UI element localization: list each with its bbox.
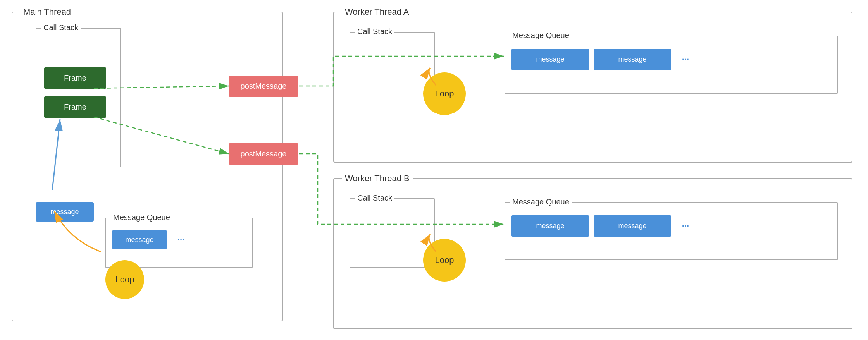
worker-b-queue-message-1: message <box>512 215 589 237</box>
worker-a-thread-box: Worker Thread A Call Stack Loop Message … <box>333 12 852 163</box>
worker-b-thread-box: Worker Thread B Call Stack Loop Message … <box>333 178 852 329</box>
main-loop-circle: Loop <box>105 260 144 299</box>
worker-b-msg-queue-label: Message Queue <box>510 197 572 206</box>
post-message-2: postMessage <box>229 143 298 165</box>
worker-a-loop-circle: Loop <box>423 72 466 115</box>
worker-a-call-stack-box: Call Stack <box>350 32 435 101</box>
worker-a-msg-queue-box: Message Queue message message ··· <box>505 36 838 94</box>
main-frame-1: Frame <box>44 67 106 89</box>
worker-b-call-stack-label: Call Stack <box>355 194 394 203</box>
worker-a-queue-dots: ··· <box>676 55 695 65</box>
worker-a-call-stack-label: Call Stack <box>355 27 394 36</box>
worker-b-loop-circle: Loop <box>423 239 466 282</box>
worker-b-queue-dots: ··· <box>676 221 695 231</box>
main-message-bubble: message <box>36 202 94 222</box>
main-thread-box: Main Thread Call Stack Frame Frame messa… <box>12 12 283 321</box>
main-queue-dots: ··· <box>171 235 191 245</box>
worker-b-label: Worker Thread B <box>342 173 413 184</box>
worker-a-label: Worker Thread A <box>342 7 412 17</box>
post-message-1: postMessage <box>229 76 298 97</box>
main-msg-queue-label: Message Queue <box>111 213 172 222</box>
main-queue-message-1: message <box>112 230 167 249</box>
worker-b-call-stack-box: Call Stack <box>350 198 435 268</box>
diagram-container: Main Thread Call Stack Frame Frame messa… <box>0 0 868 340</box>
worker-b-msg-queue-box: Message Queue message message ··· <box>505 202 838 260</box>
worker-a-msg-queue-label: Message Queue <box>510 31 572 40</box>
main-thread-label: Main Thread <box>20 7 74 17</box>
main-frame-2: Frame <box>44 96 106 118</box>
main-call-stack-label: Call Stack <box>41 23 81 32</box>
main-call-stack-box: Call Stack Frame Frame <box>36 28 121 167</box>
worker-a-queue-message-1: message <box>512 49 589 70</box>
worker-b-queue-message-2: message <box>594 215 671 237</box>
worker-a-queue-message-2: message <box>594 49 671 70</box>
